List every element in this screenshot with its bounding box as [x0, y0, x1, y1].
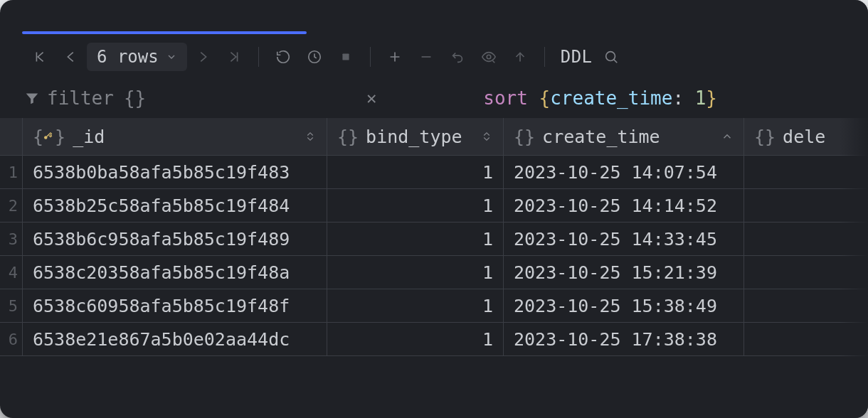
column-header-bind-type[interactable]: {} bind_type [327, 118, 504, 156]
sort-indicator-icon [304, 130, 317, 143]
cell-bind-type[interactable]: 1 [327, 156, 504, 189]
filter-icon [21, 90, 43, 106]
svg-rect-1 [342, 53, 349, 60]
cell-create-time[interactable]: 2023-10-25 15:21:39 [504, 256, 744, 289]
cell-id[interactable]: 6538e21e867a5b0e02aa44dc [23, 323, 327, 356]
sort-field: create_time [550, 87, 672, 109]
results-table: {} _id {} bind_type {} create_time {} de… [0, 118, 868, 356]
cell-delete[interactable] [744, 289, 868, 323]
cell-bind-type[interactable]: 1 [327, 189, 504, 223]
cell-delete[interactable] [744, 223, 868, 256]
toolbar-separator [258, 47, 259, 67]
row-number: 2 [0, 189, 23, 223]
svg-point-3 [605, 52, 615, 61]
column-label: dele [783, 127, 825, 147]
filter-sort-bar: filter {} ✕ sort {create_time: 1} [0, 78, 868, 118]
cell-delete[interactable] [744, 256, 868, 289]
cell-create-time[interactable]: 2023-10-25 14:07:54 [504, 156, 744, 189]
row-number: 3 [0, 223, 23, 256]
filter-label: filter [47, 87, 114, 109]
object-icon: {} [754, 127, 776, 147]
column-header-delete[interactable]: {} dele [744, 118, 868, 156]
cell-create-time[interactable]: 2023-10-25 17:38:38 [504, 323, 744, 356]
cell-bind-type[interactable]: 1 [327, 256, 504, 289]
sort-colon: : [672, 87, 694, 109]
svg-point-2 [487, 55, 491, 59]
cell-delete[interactable] [744, 156, 868, 189]
cell-id[interactable]: 6538b25c58afa5b85c19f484 [23, 189, 327, 223]
prev-page-button[interactable] [55, 41, 87, 73]
row-number: 4 [0, 256, 23, 289]
reload-button[interactable] [268, 41, 299, 73]
sort-asc-icon [721, 130, 734, 143]
brace-close: } [706, 87, 717, 109]
cell-delete[interactable] [744, 323, 868, 356]
row-number: 5 [0, 289, 23, 323]
row-number: 1 [0, 156, 23, 189]
column-header-id[interactable]: {} _id [23, 118, 327, 156]
column-label: _id [73, 127, 105, 147]
cell-bind-type[interactable]: 1 [327, 223, 504, 256]
cell-create-time[interactable]: 2023-10-25 15:38:49 [504, 289, 744, 323]
db-results-panel: 6 rows [0, 0, 868, 418]
next-page-button[interactable] [187, 41, 218, 73]
column-header-create-time[interactable]: {} create_time [504, 118, 744, 156]
sort-icon [389, 90, 406, 107]
column-label: create_time [542, 127, 660, 147]
sort-indicator-icon [480, 130, 493, 143]
row-number: 6 [0, 323, 23, 356]
cell-bind-type[interactable]: 1 [327, 289, 504, 323]
cell-delete[interactable] [744, 189, 868, 223]
row-number-header [0, 118, 23, 156]
cell-id[interactable]: 6538b0ba58afa5b85c19f483 [23, 156, 327, 189]
last-page-button[interactable] [218, 41, 250, 73]
reload-scheduled-button[interactable] [299, 41, 330, 73]
ddl-button[interactable]: DDL [554, 47, 596, 67]
first-page-button[interactable] [24, 41, 55, 73]
cell-id[interactable]: 6538b6c958afa5b85c19f489 [23, 223, 327, 256]
object-icon: {} [337, 127, 359, 147]
object-icon: {} [514, 127, 535, 147]
rows-label: 6 rows [97, 47, 159, 67]
toolbar-separator [370, 47, 371, 67]
brace-open: { [539, 87, 551, 109]
sort-keyword: sort [483, 87, 528, 109]
cell-id[interactable]: 6538c60958afa5b85c19f48f [23, 289, 327, 323]
cell-id[interactable]: 6538c20358afa5b85c19f48a [23, 256, 327, 289]
stop-button[interactable] [330, 41, 361, 73]
object-icon: {} [33, 127, 65, 147]
cell-bind-type[interactable]: 1 [327, 323, 504, 356]
cell-create-time[interactable]: 2023-10-25 14:14:52 [504, 189, 744, 223]
toolbar-separator [544, 47, 545, 67]
cell-create-time[interactable]: 2023-10-25 14:33:45 [504, 223, 744, 256]
filter-expression[interactable]: {} [124, 87, 146, 109]
add-row-button[interactable] [379, 41, 411, 73]
clear-filter-button[interactable]: ✕ [354, 88, 389, 108]
chevron-down-icon [166, 47, 177, 67]
column-label: bind_type [366, 127, 462, 147]
progress-bar [22, 31, 307, 34]
rows-selector[interactable]: 6 rows [87, 43, 187, 71]
sort-value: 1 [695, 87, 706, 109]
